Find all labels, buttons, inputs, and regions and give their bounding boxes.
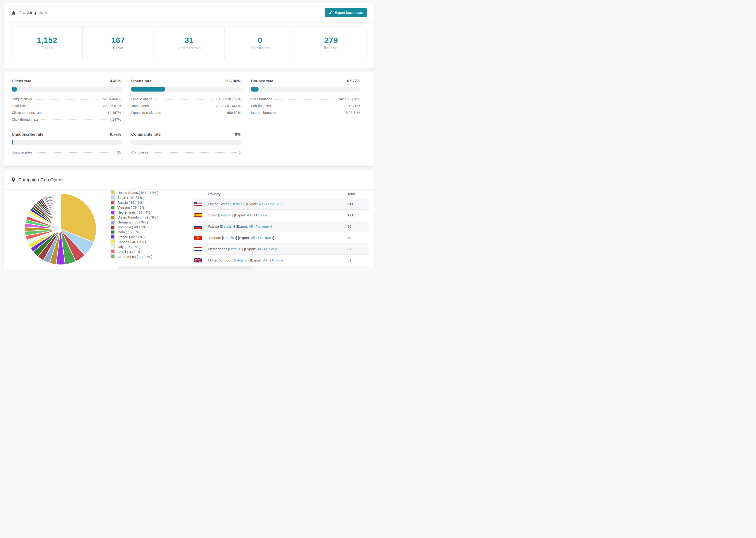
stat-label: Bounces (324, 46, 338, 50)
legend-swatch (110, 244, 115, 249)
export-unique-link[interactable]: Unique › (268, 202, 282, 206)
metric-label: Unique clicks (12, 97, 32, 101)
total-cell: 79 (348, 236, 369, 240)
legend-swatch (110, 195, 115, 200)
stat-box-clicks: 167Clicks (82, 27, 153, 59)
legend-swatch (110, 215, 115, 220)
legend-swatch (110, 200, 115, 205)
total-cell: 121 (348, 213, 369, 217)
export-all-link[interactable]: All › (247, 213, 253, 217)
details-link[interactable]: Details › (221, 224, 234, 228)
legend-label: Italy ( 36 / 2% ) (117, 245, 140, 249)
rate-detail-rows: Complaints0 (131, 149, 241, 156)
metric-value: 19 / 6.81% (344, 111, 360, 115)
legend-label: Netherlands ( 67 / 4% ) (117, 211, 152, 214)
metric-label: Unique opens (131, 97, 152, 101)
stats-summary: 1,152Opens167Clicks31Unsubscribes0Compla… (11, 27, 367, 59)
metric-label: Clicks to opens rate (12, 111, 41, 115)
geo-opens-table: Country Total United States [Details ›] … (192, 190, 369, 269)
rate-value: 4.46% (110, 79, 121, 83)
dotted-leader (151, 106, 214, 106)
table-row-us: United States [Details ›] [Export: All ›… (192, 198, 369, 209)
table-row-es: Spain [Details ›] [Export: All › / Uniqu… (192, 209, 369, 221)
details-link[interactable]: Details › (231, 202, 244, 206)
rate-progress-bar (12, 86, 121, 91)
pie-legend: United States ( 541 / 31% )Spain ( 121 /… (110, 190, 158, 259)
section-bounce-rate: Bounce rate6.927%Hard bounces242 / 86.73… (251, 79, 360, 123)
rate-title: Clicks rate (12, 79, 31, 83)
bar-chart-icon (11, 10, 16, 15)
metric-value: 1,152 / 30.736% (216, 97, 241, 101)
rate-title: Opens rate (131, 79, 151, 83)
metric-row: Click through rate4.147% (12, 116, 121, 123)
stat-value: 1,152 (37, 36, 57, 45)
legend-swatch (110, 225, 115, 230)
legend-swatch (110, 240, 115, 244)
tracking-stats-card: Tracking stats Export basic stats 1,152O… (4, 3, 374, 69)
details-link[interactable]: Details › (229, 247, 242, 251)
export-unique-link[interactable]: Unique › (272, 258, 286, 262)
metric-value: 220 / 5.87% (103, 104, 121, 108)
column-header-total: Total (348, 192, 355, 196)
rate-value: 0% (235, 132, 241, 136)
export-basic-stats-button[interactable]: Export basic stats (325, 8, 367, 17)
rate-title: Bounce rate (251, 79, 273, 83)
details-link[interactable]: Details › (223, 236, 236, 240)
country-cell: Vietnam [Details ›] [Export: All › / Uni… (208, 236, 348, 240)
export-unique-link[interactable]: Unique › (258, 224, 271, 228)
export-unique-link[interactable]: Unique › (260, 236, 273, 240)
details-link[interactable]: Details › (219, 213, 232, 217)
stat-label: Opens (41, 46, 53, 50)
export-all-link[interactable]: All › (251, 236, 257, 240)
dotted-leader (34, 152, 115, 153)
dotted-leader (274, 99, 336, 99)
metric-value: 2,303 / 61.446% (216, 104, 241, 108)
total-cell: 67 (348, 247, 369, 251)
flag-icon-es (194, 213, 202, 217)
export-all-link[interactable]: All › (257, 247, 263, 251)
legend-label: United Kingdom ( 59 / 3% ) (117, 215, 158, 219)
legend-item-it: Italy ( 36 / 2% ) (110, 244, 158, 249)
legend-swatch (110, 235, 115, 240)
metric-row: Unique opens1,152 / 30.736% (131, 95, 241, 102)
export-all-link[interactable]: All › (249, 224, 255, 228)
rate-header: Unsubscribe rate0.77% (12, 132, 121, 136)
legend-item-gb: United Kingdom ( 59 / 3% ) (110, 215, 158, 220)
flag-icon-gb (194, 258, 202, 262)
export-all-link[interactable]: All › (263, 258, 269, 262)
legend-item-es: Spain ( 121 / 7% ) (110, 195, 158, 200)
legend-item-za: South Africa ( 29 / 2% ) (110, 254, 158, 259)
metric-label: Internal bounces (251, 111, 276, 115)
export-unique-link[interactable]: Unique › (266, 247, 279, 251)
rate-detail-rows: Hard bounces242 / 86.738%Soft bounces18 … (251, 95, 360, 116)
dotted-leader (154, 99, 214, 99)
geo-table-header: Country Total (192, 190, 369, 198)
metric-value: 14.497% (108, 111, 121, 115)
legend-swatch (110, 249, 115, 254)
rate-progress-fill (131, 86, 165, 91)
metric-row: Opens to clicks rate689.82% (131, 109, 241, 116)
legend-item-us: United States ( 541 / 31% ) (110, 190, 158, 195)
rates-card: Clicks rate4.46%Unique clicks167 / 4.456… (4, 72, 374, 166)
metric-value: 689.82% (227, 111, 241, 115)
section-clicks-rate: Clicks rate4.46%Unique clicks167 / 4.456… (12, 79, 121, 123)
flag-icon-nl (194, 247, 202, 251)
country-cell: United Kingdom [Details ›] [Export: All … (208, 258, 348, 262)
legend-item-fr: France ( 42 / 2% ) (110, 235, 158, 240)
details-link[interactable]: Details › (235, 258, 248, 262)
stat-box-bounces: 279Bounces (296, 27, 366, 59)
legend-swatch (110, 205, 115, 210)
export-icon (329, 11, 333, 15)
section-complaints-rate: Complaints rate0%Complaints0 (131, 132, 241, 156)
legend-item-vn: Vietnam ( 79 / 5% ) (110, 205, 158, 210)
metric-value: 4.147% (109, 118, 121, 121)
rate-progress-bar (131, 140, 241, 145)
legend-label: Russia ( 86 / 5% ) (117, 201, 144, 204)
campaign-overview-page: Tracking stats Export basic stats 1,152O… (0, 3, 378, 269)
export-all-link[interactable]: All › (259, 202, 265, 206)
stat-value: 0 (258, 36, 262, 45)
rate-value: 30.736% (225, 79, 241, 83)
rate-detail-rows: Unique clicks167 / 4.456%Total clicks220… (12, 95, 121, 123)
next-section-shadow (117, 267, 252, 269)
export-unique-link[interactable]: Unique › (256, 213, 269, 217)
